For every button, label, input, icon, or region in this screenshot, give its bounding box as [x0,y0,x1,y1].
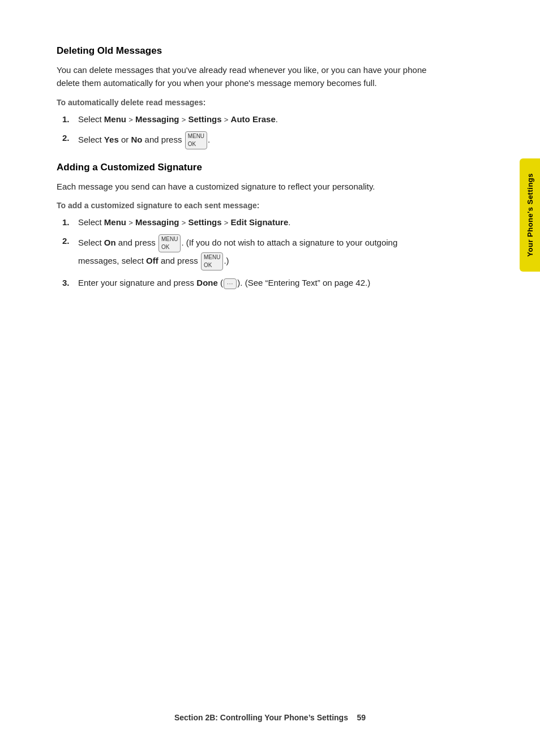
footer: Section 2B: Controlling Your Phone’s Set… [0,713,540,722]
on-bold: On [104,238,116,247]
step-number: 3. [62,276,78,289]
step-number: 1. [62,113,78,126]
done-dots: ··· [227,280,233,289]
menu-ok-icon: MENUOK [201,252,223,270]
section2-title: Adding a Customized Signature [57,162,436,173]
step-2-1: 1. Select Menu > Messaging > Settings > … [62,216,436,229]
step-content: Select Menu > Messaging > Settings > Edi… [78,216,436,229]
messaging-bold: Messaging [135,217,179,227]
section-deleting: Deleting Old Messages You can delete mes… [57,45,436,149]
chevron-icon: > [224,115,229,124]
off-bold: Off [146,256,158,265]
step-content: Select Yes or No and press MENUOK. [78,131,436,149]
menu-ok-icon: MENUOK [185,131,207,149]
settings-bold: Settings [188,217,221,227]
section1-body: You can delete messages that you've alre… [57,63,436,90]
chevron-icon: > [128,115,133,124]
section2-instruction: To add a customized signature to each se… [57,201,436,210]
step-number: 1. [62,216,78,229]
auto-erase-bold: Auto Erase [231,114,276,124]
step-2-2: 2. Select On and press MENUOK. (If you d… [62,234,436,270]
done-button-icon: ··· [224,278,237,290]
footer-section-label: Section 2B: Controlling Your Phone’s Set… [174,713,348,722]
step-content: Select On and press MENUOK. (If you do n… [78,234,436,270]
step-number: 2. [62,234,78,247]
section1-instruction: To automatically delete read messages: [57,98,436,107]
menu-bold: Menu [104,217,126,227]
menu-ok-icon: MENUOK [158,234,181,252]
step-1-1: 1. Select Menu > Messaging > Settings > … [62,113,436,126]
step-content: Enter your signature and press Done (···… [78,276,436,289]
chevron-icon: > [128,218,133,227]
no-bold: No [131,135,142,144]
section-signature: Adding a Customized Signature Each messa… [57,162,436,290]
section1-title: Deleting Old Messages [57,45,436,57]
chevron-icon: > [182,115,186,124]
sidebar-tab-label: Your Phone's Settings [526,173,534,257]
content-area: Deleting Old Messages You can delete mes… [0,0,487,347]
step-1-2: 2. Select Yes or No and press MENUOK. [62,131,436,149]
section1-steps: 1. Select Menu > Messaging > Settings > … [62,113,436,149]
step-2-3: 3. Enter your signature and press Done (… [62,276,436,289]
messaging-bold: Messaging [135,114,179,124]
chevron-icon: > [224,218,229,227]
section2-steps: 1. Select Menu > Messaging > Settings > … [62,216,436,290]
yes-bold: Yes [104,135,119,144]
footer-page-number: 59 [357,713,366,722]
section2-body: Each message you send can have a customi… [57,180,436,193]
step-content: Select Menu > Messaging > Settings > Aut… [78,113,436,126]
done-bold: Done [196,278,218,287]
sidebar-tab: Your Phone's Settings [520,158,540,272]
menu-bold: Menu [104,114,126,124]
step-number: 2. [62,131,78,144]
settings-bold: Settings [188,114,221,124]
edit-signature-bold: Edit Signature [231,217,289,227]
page: Deleting Old Messages You can delete mes… [0,0,540,756]
chevron-icon: > [182,218,186,227]
